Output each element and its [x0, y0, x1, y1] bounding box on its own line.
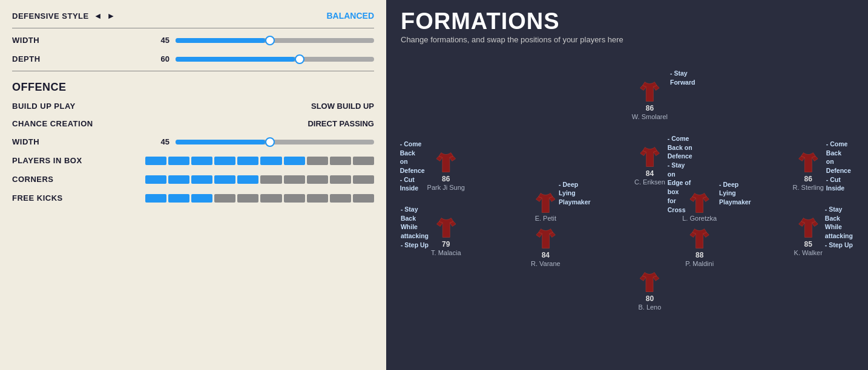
player-name-leno: B. Leno [638, 303, 661, 311]
player-shirt-petit [536, 192, 555, 213]
player-rating-eriksen: 84 [646, 169, 654, 178]
width-value: 45 [145, 36, 169, 45]
player-tooltip-park: - Come Back on Defence - Cut Inside [400, 140, 425, 193]
build-up-value: SLOW BUILD UP [311, 102, 374, 111]
players-in-box-row: PLAYERS IN BOX [12, 152, 374, 169]
defensive-style-prev[interactable]: ◄ [94, 11, 102, 21]
player-name-malacia: T. Malacia [431, 249, 461, 256]
depth-slider[interactable] [176, 57, 374, 62]
build-up-row: BUILD UP PLAY SLOW BUILD UP [12, 99, 374, 114]
depth-label: DEPTH [12, 54, 145, 63]
chance-creation-value: DIRECT PASSING [307, 119, 374, 128]
player-node-sterling[interactable]: - Come Back on Defence - Cut Inside 86R.… [793, 152, 824, 191]
player-tooltip-goretzka: - Deep Lying Playmaker [719, 180, 751, 206]
width-row: WIDTH 45 [12, 32, 374, 48]
off-width-value: 45 [145, 137, 169, 146]
defensive-style-label: DEFENSIVE STYLE [12, 11, 89, 21]
player-rating-varane: 84 [542, 251, 550, 259]
player-shirt-smolarel [640, 81, 659, 103]
player-shirt-sterling [798, 152, 818, 174]
offence-header: OFFENCE [12, 75, 374, 96]
width-label: WIDTH [12, 36, 145, 45]
player-tooltip-malacia: - Stay Back While attacking - Step Up [401, 205, 429, 249]
player-shirt-eriksen [640, 146, 659, 168]
player-rating-maldini: 88 [695, 251, 703, 259]
player-name-walker: K. Walker [794, 249, 823, 256]
depth-value: 60 [145, 54, 169, 63]
defensive-style-value: BALANCED [326, 11, 374, 21]
player-tooltip-walker: - Stay Back While attacking - Step Up [825, 205, 853, 249]
player-node-eriksen[interactable]: - Come Back on Defence - Stay on Edge of… [634, 146, 665, 186]
free-kicks-bar[interactable] [145, 194, 374, 203]
off-width-slider[interactable] [176, 140, 374, 144]
player-tooltip-smolarel: - Stay Forward [670, 69, 695, 86]
players-in-box-bar[interactable] [145, 157, 374, 165]
player-node-smolarel[interactable]: - Stay Forward 86W. Smolarel [632, 81, 668, 120]
player-rating-park: 86 [442, 175, 450, 183]
player-name-maldini: P. Maldini [685, 260, 714, 267]
player-shirt-leno [640, 271, 659, 293]
defensive-style-row: DEFENSIVE STYLE ◄ ► BALANCED [12, 7, 374, 24]
defensive-style-next[interactable]: ► [107, 11, 116, 21]
player-node-goretzka[interactable]: - Deep Lying Playmaker L. Goretzka [682, 192, 717, 221]
player-name-sterling: R. Sterling [793, 184, 824, 191]
player-node-leno[interactable]: 80B. Leno [638, 271, 661, 311]
player-shirt-walker [798, 217, 818, 239]
player-shirt-goretzka [690, 192, 709, 213]
player-rating-sterling: 86 [804, 175, 812, 183]
off-width-row: WIDTH 45 [12, 134, 374, 150]
player-rating-smolarel: 86 [646, 104, 654, 112]
player-name-park: Park Ji Sung [427, 184, 465, 191]
divider2 [12, 71, 374, 71]
player-node-park[interactable]: - Come Back on Defence - Cut Inside 86Pa… [427, 152, 465, 191]
free-kicks-label: FREE KICKS [12, 193, 145, 203]
right-panel: FORMATIONS Change formations, and swap t… [386, 0, 868, 370]
offence-label: OFFENCE [12, 81, 67, 93]
player-node-petit[interactable]: - Deep Lying Playmaker E. Petit [535, 192, 556, 221]
player-name-goretzka: L. Goretzka [682, 214, 717, 221]
player-node-malacia[interactable]: - Stay Back While attacking - Step Up 79… [431, 217, 461, 256]
player-name-eriksen: C. Eriksen [634, 178, 665, 186]
player-node-varane[interactable]: 84R. Varane [531, 228, 561, 267]
field-area: - Stay Forward 86W. Smolarel- Come Back … [401, 51, 853, 323]
player-tooltip-petit: - Deep Lying Playmaker [559, 180, 591, 206]
free-kicks-row: FREE KICKS [12, 190, 374, 206]
players-in-box-label: PLAYERS IN BOX [12, 156, 145, 165]
player-shirt-maldini [690, 228, 709, 250]
player-rating-malacia: 79 [442, 240, 450, 248]
player-rating-walker: 85 [804, 240, 812, 248]
player-shirt-varane [536, 228, 555, 250]
player-node-walker[interactable]: - Stay Back While attacking - Step Up 85… [794, 217, 823, 256]
depth-row: DEPTH 60 [12, 51, 374, 67]
corners-label: CORNERS [12, 175, 145, 184]
formations-title: FORMATIONS [401, 10, 853, 33]
build-up-label: BUILD UP PLAY [12, 102, 145, 111]
width-slider[interactable] [176, 38, 374, 43]
player-shirt-park [436, 152, 456, 174]
player-node-maldini[interactable]: 88P. Maldini [685, 228, 714, 267]
corners-bar[interactable] [145, 175, 374, 184]
off-width-label: WIDTH [12, 137, 145, 146]
left-panel: DEFENSIVE STYLE ◄ ► BALANCED WIDTH 45 DE… [0, 0, 386, 370]
divider1 [12, 28, 374, 28]
chance-creation-row: CHANCE CREATION DIRECT PASSING [12, 116, 374, 131]
player-name-petit: E. Petit [535, 214, 556, 221]
formations-subtitle: Change formations, and swap the position… [401, 35, 853, 44]
chance-creation-label: CHANCE CREATION [12, 119, 145, 128]
corners-row: CORNERS [12, 171, 374, 187]
player-rating-leno: 80 [646, 294, 654, 303]
player-shirt-malacia [436, 217, 456, 239]
player-tooltip-sterling: - Come Back on Defence - Cut Inside [826, 140, 851, 193]
player-name-smolarel: W. Smolarel [632, 113, 668, 120]
player-name-varane: R. Varane [531, 260, 561, 267]
